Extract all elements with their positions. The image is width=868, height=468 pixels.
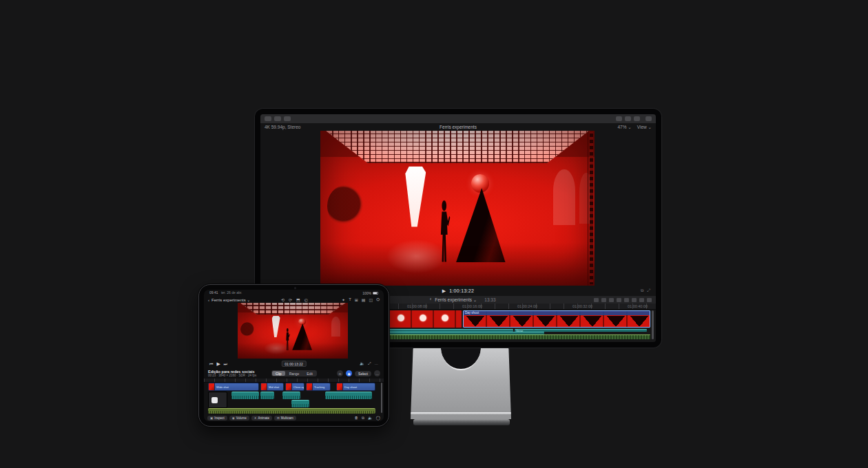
select-button[interactable]: Select (355, 371, 371, 376)
browser-icon[interactable]: ▤ (362, 297, 366, 302)
audio-clip[interactable]: Ambience (325, 392, 372, 399)
music-clip[interactable]: Música (208, 408, 375, 414)
video-clip-selected[interactable]: Day shoot (463, 310, 650, 328)
segment-edit[interactable]: Edit (303, 371, 316, 376)
inspector-toggle-icon[interactable] (634, 116, 640, 121)
audio-clip[interactable]: Chorus (291, 400, 309, 407)
settings-icon[interactable]: ⛭ (376, 297, 380, 302)
monitor-stand (411, 348, 511, 419)
undo-icon[interactable]: ⟲ (281, 297, 285, 302)
timeline-scrollbar[interactable] (652, 310, 654, 339)
animate-button[interactable]: ✦ Animate (251, 416, 272, 421)
volume-icon: ◉ (232, 416, 235, 420)
ipad-viewer-video[interactable] (238, 303, 348, 359)
segment-range[interactable]: Range (286, 371, 303, 376)
inspector-icon[interactable]: ◫ (369, 297, 373, 302)
viewer-info-bar: 4K 59.94p, Stereo Ferris experiments 47%… (260, 123, 656, 131)
ruler-label: 01:00:08:00 (407, 304, 427, 308)
segment-clip[interactable]: Clip (272, 371, 285, 376)
video-clip[interactable]: Mid shot (260, 383, 284, 391)
insert-icon[interactable] (609, 298, 614, 302)
mute-icon[interactable]: 🔈 (360, 361, 364, 366)
redo-icon[interactable]: ⟳ (289, 297, 292, 302)
play-icon[interactable]: ▶ (216, 361, 220, 366)
timeline-project-nav[interactable]: Ferris experiments ⌄ (435, 297, 477, 303)
expand-viewer-icon[interactable]: ⤢ (368, 361, 371, 366)
viewer-video[interactable] (320, 131, 595, 286)
audio-clip[interactable]: Sound FX (231, 392, 259, 399)
clip-thumbnail (286, 383, 292, 390)
browser-toggle-icon[interactable] (616, 116, 622, 121)
snapshot-icon[interactable]: ⧉ (362, 416, 364, 421)
import-media-icon[interactable]: ⬒ (296, 297, 300, 302)
sidebar-icon[interactable] (265, 116, 271, 121)
title-clip[interactable] (208, 392, 227, 408)
ipad-project-title[interactable]: Ferris experiments ⌄ (211, 297, 250, 302)
connect-icon[interactable] (601, 298, 606, 302)
transitions-icon[interactable]: ⊞ (355, 297, 358, 302)
mode-segmented-control[interactable]: Clip Range Edit (271, 370, 317, 376)
ipad-timeline-scrollbar[interactable] (381, 383, 383, 413)
video-clip[interactable]: Close-up (285, 383, 304, 391)
status-time: 09:41 (209, 290, 218, 295)
timeline-toggle-icon[interactable] (625, 116, 631, 121)
effects-icon[interactable]: ✦ (342, 297, 345, 302)
skip-back-icon[interactable]: ⏮ (209, 362, 213, 366)
battery-percent: 100% (362, 291, 371, 295)
scene-vignette (238, 303, 348, 359)
back-icon[interactable]: ‹ (208, 298, 209, 302)
snapping-icon[interactable] (647, 298, 652, 302)
overwrite-icon[interactable] (624, 298, 629, 302)
audio-clip[interactable]: Whoosh (260, 392, 274, 399)
loop-icon[interactable]: ∞ (337, 370, 343, 376)
timeline-more-icon[interactable]: … (374, 370, 380, 376)
index-icon[interactable] (594, 298, 599, 302)
titles-icon[interactable]: T (349, 297, 351, 302)
ruler-label: 01:00:40:00 (628, 304, 648, 308)
share-icon[interactable] (645, 116, 652, 121)
video-clip[interactable]: Day shoot (336, 383, 375, 391)
voiceover-icon[interactable]: ◴ (304, 297, 308, 302)
volume-button[interactable]: ◉ Volume (229, 416, 249, 421)
project-title: Ferris experiments (260, 125, 656, 129)
clip-name-label: Day shoot (464, 311, 650, 315)
inspect-button[interactable]: ▣ Inspect (207, 416, 227, 421)
delete-icon[interactable]: 🗑 (355, 416, 359, 421)
viewer-more-icon[interactable]: … (375, 361, 379, 366)
monitor-stand-base (413, 419, 510, 425)
append-icon[interactable] (617, 298, 621, 302)
skip-forward-icon[interactable]: ⏭ (224, 362, 227, 366)
inspect-icon: ▣ (210, 416, 213, 420)
timeline-back-icon[interactable]: ‹ (430, 297, 431, 302)
audio-clip[interactable]: Riser (282, 392, 300, 399)
clip-label: Tracking (313, 385, 324, 389)
front-camera (294, 287, 296, 289)
video-clip[interactable]: Wide shot (208, 383, 259, 391)
scene-vignette (320, 131, 595, 286)
zoom-level-dropdown[interactable]: 47% ⌄ (617, 125, 631, 130)
multicam-button[interactable]: ⊞ Multicam (274, 416, 296, 421)
import-icon[interactable] (274, 116, 281, 121)
play-icon[interactable]: ▶ (442, 288, 446, 293)
record-icon[interactable]: ◯ (376, 416, 380, 421)
audio-meter-icon[interactable]: 🔈 (368, 416, 373, 421)
clip-thumbnail (307, 383, 313, 390)
ipad-status-bar: 09:41 ter. 26 de abr. 100% (204, 290, 384, 295)
clip-label: Day shoot (343, 385, 357, 389)
loop-playback-icon[interactable]: ⧉ (641, 288, 643, 293)
view-dropdown[interactable]: View ⌄ (637, 125, 652, 130)
fullscreen-icon[interactable]: ⤢ (647, 288, 650, 293)
jog-wheel-icon[interactable]: ◉ (346, 370, 352, 376)
clip-thumbnail (209, 383, 215, 390)
tools-icon[interactable] (632, 298, 637, 302)
animate-icon: ✦ (254, 416, 257, 420)
ipad-timeline-tracks: Wide shot Mid shot Close-up Tracking Day… (204, 383, 384, 414)
skimming-icon[interactable] (639, 298, 644, 302)
playhead-timecode: 1:00:13:22 (449, 288, 474, 293)
keyword-icon[interactable] (284, 116, 291, 121)
ipad-bottom-toolbar: ▣ Inspect ◉ Volume ✦ Animate ⊞ Multicam … (204, 414, 384, 421)
multicam-icon: ⊞ (277, 416, 280, 420)
clip-thumbnail (337, 383, 343, 390)
status-date: ter. 26 de abr. (221, 290, 242, 295)
video-clip[interactable]: Tracking (306, 383, 331, 391)
